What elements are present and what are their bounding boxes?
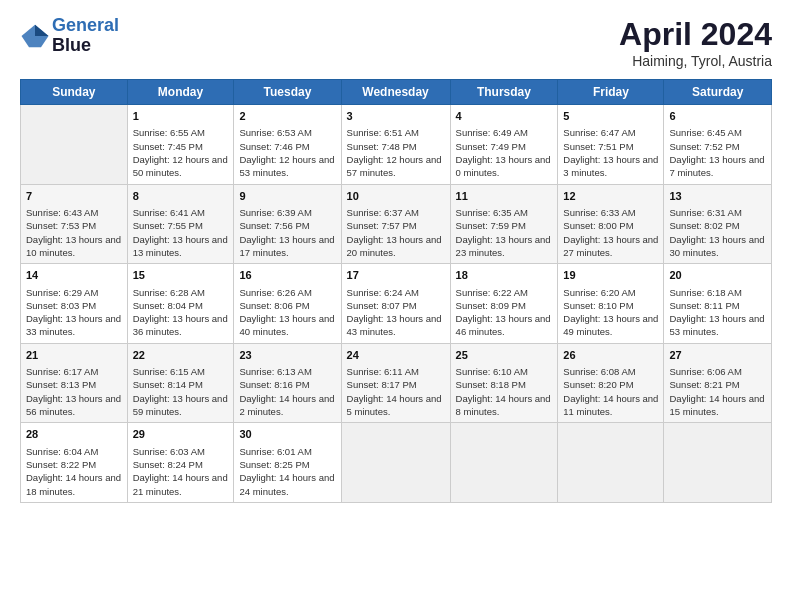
day-number: 8	[133, 189, 229, 204]
sunrise-text: Sunrise: 6:47 AM	[563, 126, 658, 139]
sunrise-text: Sunrise: 6:15 AM	[133, 365, 229, 378]
calendar-week-row: 7Sunrise: 6:43 AMSunset: 7:53 PMDaylight…	[21, 184, 772, 264]
day-number: 25	[456, 348, 553, 363]
title-area: April 2024 Haiming, Tyrol, Austria	[619, 16, 772, 69]
sunset-text: Sunset: 8:00 PM	[563, 219, 658, 232]
logo: General Blue	[20, 16, 119, 56]
day-number: 3	[347, 109, 445, 124]
day-number: 30	[239, 427, 335, 442]
sunrise-text: Sunrise: 6:18 AM	[669, 286, 766, 299]
sunset-text: Sunset: 8:14 PM	[133, 378, 229, 391]
sunset-text: Sunset: 7:53 PM	[26, 219, 122, 232]
sunset-text: Sunset: 8:25 PM	[239, 458, 335, 471]
calendar-cell: 24Sunrise: 6:11 AMSunset: 8:17 PMDayligh…	[341, 343, 450, 423]
day-number: 1	[133, 109, 229, 124]
daylight-text: Daylight: 13 hours and 3 minutes.	[563, 153, 658, 180]
daylight-text: Daylight: 13 hours and 40 minutes.	[239, 312, 335, 339]
sunrise-text: Sunrise: 6:01 AM	[239, 445, 335, 458]
sunrise-text: Sunrise: 6:22 AM	[456, 286, 553, 299]
header-area: General Blue April 2024 Haiming, Tyrol, …	[20, 16, 772, 69]
calendar-cell: 17Sunrise: 6:24 AMSunset: 8:07 PMDayligh…	[341, 264, 450, 344]
calendar-cell: 27Sunrise: 6:06 AMSunset: 8:21 PMDayligh…	[664, 343, 772, 423]
sunset-text: Sunset: 8:22 PM	[26, 458, 122, 471]
calendar-cell: 13Sunrise: 6:31 AMSunset: 8:02 PMDayligh…	[664, 184, 772, 264]
day-number: 5	[563, 109, 658, 124]
page-container: General Blue April 2024 Haiming, Tyrol, …	[0, 0, 792, 513]
sunset-text: Sunset: 8:24 PM	[133, 458, 229, 471]
sunrise-text: Sunrise: 6:20 AM	[563, 286, 658, 299]
calendar-cell: 15Sunrise: 6:28 AMSunset: 8:04 PMDayligh…	[127, 264, 234, 344]
logo-icon	[20, 21, 50, 51]
daylight-text: Daylight: 13 hours and 27 minutes.	[563, 233, 658, 260]
sunrise-text: Sunrise: 6:04 AM	[26, 445, 122, 458]
weekday-header: Saturday	[664, 80, 772, 105]
calendar-cell	[450, 423, 558, 503]
calendar-week-row: 1Sunrise: 6:55 AMSunset: 7:45 PMDaylight…	[21, 105, 772, 185]
daylight-text: Daylight: 14 hours and 18 minutes.	[26, 471, 122, 498]
calendar-cell	[21, 105, 128, 185]
calendar-cell: 19Sunrise: 6:20 AMSunset: 8:10 PMDayligh…	[558, 264, 664, 344]
sunset-text: Sunset: 8:20 PM	[563, 378, 658, 391]
svg-marker-1	[35, 25, 49, 36]
calendar-cell: 29Sunrise: 6:03 AMSunset: 8:24 PMDayligh…	[127, 423, 234, 503]
day-number: 9	[239, 189, 335, 204]
calendar-cell: 2Sunrise: 6:53 AMSunset: 7:46 PMDaylight…	[234, 105, 341, 185]
daylight-text: Daylight: 13 hours and 43 minutes.	[347, 312, 445, 339]
daylight-text: Daylight: 12 hours and 53 minutes.	[239, 153, 335, 180]
weekday-header-row: SundayMondayTuesdayWednesdayThursdayFrid…	[21, 80, 772, 105]
day-number: 12	[563, 189, 658, 204]
sunset-text: Sunset: 7:57 PM	[347, 219, 445, 232]
sunrise-text: Sunrise: 6:28 AM	[133, 286, 229, 299]
day-number: 20	[669, 268, 766, 283]
day-number: 2	[239, 109, 335, 124]
sunrise-text: Sunrise: 6:06 AM	[669, 365, 766, 378]
sunrise-text: Sunrise: 6:55 AM	[133, 126, 229, 139]
sunset-text: Sunset: 8:11 PM	[669, 299, 766, 312]
daylight-text: Daylight: 14 hours and 5 minutes.	[347, 392, 445, 419]
daylight-text: Daylight: 14 hours and 2 minutes.	[239, 392, 335, 419]
calendar-cell: 30Sunrise: 6:01 AMSunset: 8:25 PMDayligh…	[234, 423, 341, 503]
sunset-text: Sunset: 7:46 PM	[239, 140, 335, 153]
calendar-week-row: 21Sunrise: 6:17 AMSunset: 8:13 PMDayligh…	[21, 343, 772, 423]
daylight-text: Daylight: 13 hours and 20 minutes.	[347, 233, 445, 260]
calendar-cell: 10Sunrise: 6:37 AMSunset: 7:57 PMDayligh…	[341, 184, 450, 264]
sunset-text: Sunset: 8:18 PM	[456, 378, 553, 391]
sunset-text: Sunset: 7:56 PM	[239, 219, 335, 232]
daylight-text: Daylight: 14 hours and 21 minutes.	[133, 471, 229, 498]
daylight-text: Daylight: 13 hours and 10 minutes.	[26, 233, 122, 260]
sunrise-text: Sunrise: 6:51 AM	[347, 126, 445, 139]
day-number: 28	[26, 427, 122, 442]
calendar-cell: 8Sunrise: 6:41 AMSunset: 7:55 PMDaylight…	[127, 184, 234, 264]
daylight-text: Daylight: 13 hours and 13 minutes.	[133, 233, 229, 260]
sunset-text: Sunset: 7:48 PM	[347, 140, 445, 153]
calendar-cell: 3Sunrise: 6:51 AMSunset: 7:48 PMDaylight…	[341, 105, 450, 185]
sunrise-text: Sunrise: 6:49 AM	[456, 126, 553, 139]
calendar-cell: 7Sunrise: 6:43 AMSunset: 7:53 PMDaylight…	[21, 184, 128, 264]
daylight-text: Daylight: 13 hours and 49 minutes.	[563, 312, 658, 339]
calendar-week-row: 14Sunrise: 6:29 AMSunset: 8:03 PMDayligh…	[21, 264, 772, 344]
day-number: 26	[563, 348, 658, 363]
calendar-cell: 28Sunrise: 6:04 AMSunset: 8:22 PMDayligh…	[21, 423, 128, 503]
weekday-header: Tuesday	[234, 80, 341, 105]
sunset-text: Sunset: 7:45 PM	[133, 140, 229, 153]
calendar-cell: 25Sunrise: 6:10 AMSunset: 8:18 PMDayligh…	[450, 343, 558, 423]
calendar-cell: 18Sunrise: 6:22 AMSunset: 8:09 PMDayligh…	[450, 264, 558, 344]
weekday-header: Wednesday	[341, 80, 450, 105]
weekday-header: Monday	[127, 80, 234, 105]
daylight-text: Daylight: 14 hours and 24 minutes.	[239, 471, 335, 498]
sunrise-text: Sunrise: 6:31 AM	[669, 206, 766, 219]
sunrise-text: Sunrise: 6:24 AM	[347, 286, 445, 299]
sunset-text: Sunset: 8:02 PM	[669, 219, 766, 232]
sunset-text: Sunset: 8:04 PM	[133, 299, 229, 312]
calendar-cell: 21Sunrise: 6:17 AMSunset: 8:13 PMDayligh…	[21, 343, 128, 423]
calendar-table: SundayMondayTuesdayWednesdayThursdayFrid…	[20, 79, 772, 503]
daylight-text: Daylight: 13 hours and 33 minutes.	[26, 312, 122, 339]
day-number: 15	[133, 268, 229, 283]
sunrise-text: Sunrise: 6:13 AM	[239, 365, 335, 378]
sunrise-text: Sunrise: 6:03 AM	[133, 445, 229, 458]
calendar-cell: 20Sunrise: 6:18 AMSunset: 8:11 PMDayligh…	[664, 264, 772, 344]
sunrise-text: Sunrise: 6:39 AM	[239, 206, 335, 219]
day-number: 13	[669, 189, 766, 204]
sunrise-text: Sunrise: 6:35 AM	[456, 206, 553, 219]
sunrise-text: Sunrise: 6:53 AM	[239, 126, 335, 139]
